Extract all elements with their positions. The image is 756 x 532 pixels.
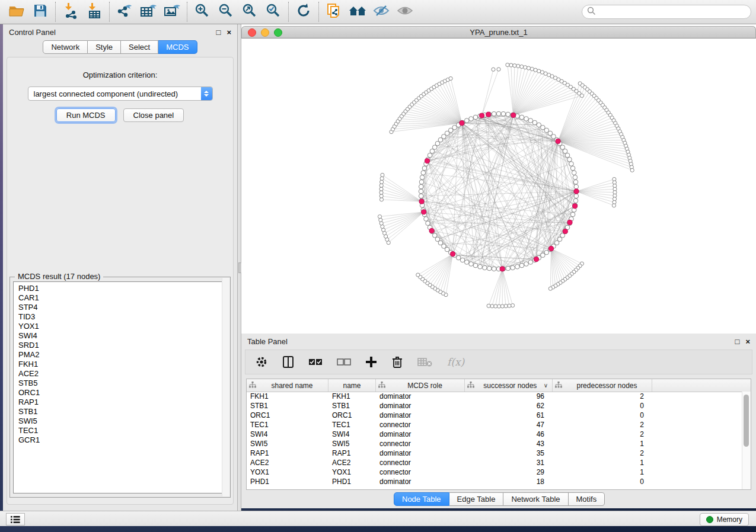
- table-cell[interactable]: 0: [553, 477, 652, 486]
- table-cell[interactable]: FKH1: [328, 392, 376, 400]
- mcds-result-item[interactable]: TID3: [14, 312, 227, 322]
- tab-style[interactable]: Style: [88, 40, 121, 54]
- table-cell[interactable]: TEC1: [247, 421, 328, 429]
- mcds-list-scrollbar[interactable]: [222, 278, 229, 496]
- table-cell[interactable]: YOX1: [247, 468, 328, 476]
- network-canvas[interactable]: [241, 39, 756, 332]
- network-window-titlebar[interactable]: YPA_prune.txt_1: [241, 26, 756, 39]
- delete-table-button[interactable]: [417, 353, 433, 371]
- mcds-result-item[interactable]: SWI4: [14, 331, 227, 341]
- table-row[interactable]: YOX1YOX1connector291: [247, 467, 742, 477]
- close-panel-button[interactable]: Close panel: [123, 108, 184, 122]
- import-network-button[interactable]: [59, 2, 82, 22]
- table-cell[interactable]: 96: [465, 392, 553, 400]
- table-cell[interactable]: connector: [376, 459, 465, 467]
- mcds-result-item[interactable]: RAP1: [14, 398, 227, 407]
- tab-select[interactable]: Select: [121, 40, 158, 54]
- table-cell[interactable]: 47: [465, 421, 553, 429]
- table-cell[interactable]: 2: [553, 421, 652, 429]
- table-scrollbar[interactable]: [742, 392, 751, 489]
- table-cell[interactable]: dominator: [376, 411, 465, 419]
- export-network-button[interactable]: [113, 2, 136, 22]
- table-cell[interactable]: YOX1: [328, 468, 376, 476]
- table-cell[interactable]: 1: [553, 459, 652, 467]
- export-image-button[interactable]: [160, 2, 184, 22]
- table-cell[interactable]: STB1: [247, 402, 328, 410]
- column-header-predecessor-nodes[interactable]: predecessor nodes: [553, 379, 652, 392]
- delete-row-button[interactable]: [391, 353, 403, 371]
- function-builder-button[interactable]: f(x): [447, 353, 464, 371]
- table-cell[interactable]: dominator: [376, 430, 465, 438]
- zoom-out-button[interactable]: [214, 2, 238, 22]
- tab-mcds[interactable]: MCDS: [158, 40, 197, 54]
- optimization-criterion-select[interactable]: largest connected component (undirected): [28, 86, 213, 101]
- mcds-result-item[interactable]: STB1: [14, 407, 227, 416]
- table-settings-button[interactable]: [255, 353, 268, 371]
- table-cell[interactable]: 1: [553, 468, 652, 476]
- mcds-result-item[interactable]: ACE2: [14, 369, 227, 379]
- tab-network[interactable]: Network: [43, 40, 88, 54]
- tab-edge-table[interactable]: Edge Table: [449, 492, 504, 506]
- table-cell[interactable]: TEC1: [328, 421, 376, 429]
- table-row[interactable]: SWI4SWI4dominator462: [247, 430, 742, 439]
- table-cell[interactable]: dominator: [376, 449, 465, 457]
- mcds-result-item[interactable]: YOX1: [14, 322, 227, 331]
- run-mcds-button[interactable]: Run MCDS: [56, 108, 116, 122]
- zoom-fit-button[interactable]: [238, 2, 261, 22]
- table-row[interactable]: PHD1PHD1dominator180: [247, 477, 742, 486]
- table-cell[interactable]: 29: [465, 468, 553, 476]
- memory-button[interactable]: Memory: [700, 513, 749, 526]
- show-columns-button[interactable]: [282, 353, 294, 371]
- table-cell[interactable]: FKH1: [247, 392, 328, 400]
- table-cell[interactable]: dominator: [376, 477, 465, 486]
- table-cell[interactable]: 0: [553, 411, 652, 419]
- mcds-result-item[interactable]: GCR1: [14, 435, 227, 445]
- float-table-panel-icon[interactable]: □: [735, 338, 740, 345]
- close-table-panel-icon[interactable]: ×: [745, 338, 750, 345]
- import-table-button[interactable]: [82, 2, 106, 22]
- table-cell[interactable]: PHD1: [328, 477, 376, 486]
- mcds-result-list[interactable]: PHD1CAR1STP4TID3YOX1SWI4SRD1PMA2FKH1ACE2…: [13, 281, 227, 493]
- mcds-result-item[interactable]: SWI5: [14, 416, 227, 426]
- table-cell[interactable]: ACE2: [328, 459, 376, 467]
- zoom-selected-button[interactable]: [261, 2, 285, 22]
- add-row-button[interactable]: [365, 353, 377, 371]
- column-header-successor-nodes[interactable]: successor nodes∨: [465, 379, 553, 392]
- table-row[interactable]: RAP1RAP1dominator352: [247, 448, 742, 458]
- column-header-MCDS-role[interactable]: MCDS role: [376, 379, 465, 392]
- table-cell[interactable]: SWI5: [328, 440, 376, 448]
- table-cell[interactable]: SWI5: [247, 440, 328, 448]
- float-panel-icon[interactable]: □: [216, 28, 221, 36]
- table-cell[interactable]: ACE2: [247, 459, 328, 467]
- mcds-result-item[interactable]: SRD1: [14, 341, 227, 350]
- table-cell[interactable]: connector: [376, 421, 465, 429]
- column-header-shared-name[interactable]: shared name: [247, 379, 328, 392]
- task-history-button[interactable]: [6, 513, 25, 525]
- table-cell[interactable]: 43: [465, 440, 553, 448]
- table-cell[interactable]: SWI4: [247, 430, 328, 438]
- table-row[interactable]: ORC1ORC1dominator610: [247, 411, 742, 420]
- table-cell[interactable]: 61: [465, 411, 553, 419]
- mcds-result-item[interactable]: FKH1: [14, 360, 227, 369]
- table-cell[interactable]: 35: [465, 449, 553, 457]
- table-cell[interactable]: 46: [465, 430, 553, 438]
- table-row[interactable]: SWI5SWI5connector431: [247, 439, 742, 448]
- tab-node-table[interactable]: Node Table: [394, 492, 449, 506]
- close-panel-icon[interactable]: ×: [227, 28, 231, 36]
- mcds-result-item[interactable]: STB5: [14, 379, 227, 388]
- deselect-all-button[interactable]: [337, 353, 351, 371]
- table-cell[interactable]: 2: [553, 430, 652, 438]
- table-cell[interactable]: PHD1: [247, 477, 328, 486]
- mcds-result-item[interactable]: CAR1: [14, 293, 227, 303]
- mcds-result-item[interactable]: STP4: [14, 303, 227, 312]
- table-cell[interactable]: 31: [465, 459, 553, 467]
- tab-network-table[interactable]: Network Table: [503, 492, 568, 506]
- table-cell[interactable]: RAP1: [247, 449, 328, 457]
- first-neighbors-button[interactable]: [346, 2, 369, 22]
- table-cell[interactable]: ORC1: [247, 411, 328, 419]
- table-cell[interactable]: 62: [465, 402, 553, 410]
- table-row[interactable]: TEC1TEC1connector472: [247, 420, 742, 430]
- export-table-button[interactable]: [136, 2, 160, 22]
- table-cell[interactable]: 2: [553, 449, 652, 457]
- panel-splitter[interactable]: [237, 24, 241, 511]
